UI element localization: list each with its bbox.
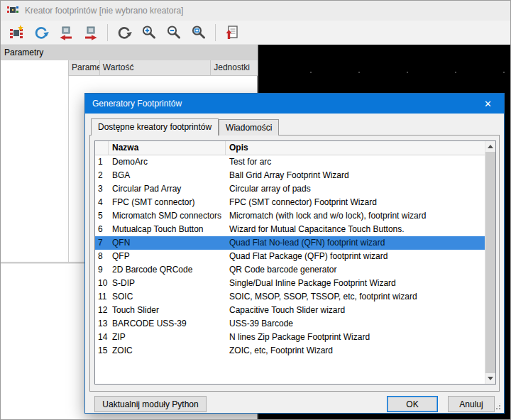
row-desc: Wizard for Mutual Capacitance Touch Butt… [226, 223, 495, 236]
row-index: 7 [95, 236, 109, 250]
row-name: BGA [109, 169, 226, 182]
row-desc: Micromatch (with lock and w/o lock), foo… [226, 209, 495, 223]
table-row[interactable]: 12 Touch Slider Capacitive Touch Slider … [95, 304, 495, 317]
tab-bar: Dostępne kreatory footprintów Wiadomości [91, 118, 279, 136]
regenerate-button[interactable] [113, 23, 136, 43]
table-row[interactable]: 9 2D Barcode QRCode QR Code barcode gene… [95, 263, 495, 277]
toolbar [1, 21, 510, 45]
row-desc: FPC (SMT connector) Footprint Wizard [226, 196, 495, 209]
row-index: 6 [95, 223, 109, 236]
parameters-caption: Parametry [1, 45, 258, 60]
window-title: Kreator footprintów [nie wybrano kreator… [25, 6, 183, 16]
row-index: 8 [95, 250, 109, 263]
next-wizard-icon [82, 24, 99, 41]
table-row[interactable]: 13 BARCODE USS-39 USS-39 Barcode [95, 317, 495, 331]
titlebar: Kreator footprintów [nie wybrano kreator… [1, 1, 510, 21]
table-row[interactable]: 4 FPC (SMT connector) FPC (SMT connector… [95, 196, 495, 209]
row-index: 10 [95, 277, 109, 290]
row-name: S-DIP [109, 277, 226, 290]
scroll-down-icon[interactable] [485, 373, 495, 384]
parameter-grid-header: Parametr Wartość Jednostki [68, 60, 258, 76]
table-row[interactable]: 14 ZIP N lines Zip Package Footprint Wiz… [95, 331, 495, 344]
table-row[interactable]: 10 S-DIP Single/Dual Inline Package Foot… [95, 277, 495, 290]
row-desc: SOIC, MSOP, SSOP, TSSOP, etc, footprint … [226, 290, 495, 304]
dialog-titlebar: Generatory Footprintów ✕ [85, 94, 504, 114]
row-desc: Ball Grid Array Footprint Wizard [226, 169, 495, 182]
zoom-in-icon [141, 24, 158, 41]
wizard-table-header: Nazwa Opis [95, 141, 495, 155]
vertical-splitter[interactable] [68, 76, 69, 262]
table-row[interactable]: 2 BGA Ball Grid Array Footprint Wizard [95, 169, 495, 182]
refresh-icon [33, 24, 50, 41]
row-desc: Capacitive Touch Slider wizard [226, 304, 495, 317]
table-row[interactable]: 8 QFP Quad Flat Package (QFP) footprint … [95, 250, 495, 263]
header-desc[interactable]: Opis [226, 141, 495, 155]
tab-messages[interactable]: Wiadomości [219, 119, 279, 136]
row-desc: QR Code barcode generator [226, 263, 495, 277]
row-name: Micromatch SMD connectors [109, 209, 226, 223]
table-scrollbar[interactable] [485, 141, 495, 384]
close-icon: ✕ [484, 99, 492, 109]
zoom-out-button[interactable] [163, 23, 185, 43]
tab-available-wizards[interactable]: Dostępne kreatory footprintów [91, 118, 219, 136]
row-index: 12 [95, 304, 109, 317]
footprint-wizard-select-button[interactable] [5, 23, 28, 43]
row-desc: Circular array of pads [226, 182, 495, 196]
row-name: SOIC [109, 290, 226, 304]
row-index: 14 [95, 331, 109, 344]
dialog-close-button[interactable]: ✕ [472, 94, 504, 114]
table-row[interactable]: 5 Micromatch SMD connectors Micromatch (… [95, 209, 495, 223]
row-index: 5 [95, 209, 109, 223]
cancel-button[interactable]: Anuluj [448, 396, 495, 412]
row-name: ZIP [109, 331, 226, 344]
footprint-generators-dialog: Generatory Footprintów ✕ Dostępne kreato… [84, 93, 505, 414]
grid-header-parametr: Parametr [69, 60, 100, 75]
next-wizard-button[interactable] [79, 23, 102, 43]
row-name: ZOIC [109, 344, 226, 358]
row-desc: Test for arc [226, 155, 495, 169]
row-name: Mutualcap Touch Button [109, 223, 226, 236]
previous-wizard-icon [57, 24, 75, 41]
table-row[interactable]: 1 DemoArc Test for arc [95, 155, 495, 169]
row-index: 4 [95, 196, 109, 209]
row-name: Touch Slider [109, 304, 226, 317]
row-name: QFP [109, 250, 226, 263]
row-name: FPC (SMT connector) [109, 196, 226, 209]
ok-button[interactable]: OK [387, 396, 438, 412]
app-icon [6, 4, 19, 18]
row-name: Circular Pad Array [109, 182, 226, 196]
row-desc: USS-39 Barcode [226, 317, 495, 331]
toolbar-separator [215, 24, 216, 41]
row-name: DemoArc [109, 155, 226, 169]
row-index: 3 [95, 182, 109, 196]
row-index: 1 [95, 155, 109, 169]
app-window: Kreator footprintów [nie wybrano kreator… [0, 0, 511, 420]
header-name[interactable]: Nazwa [109, 141, 226, 155]
refresh-list-button[interactable] [30, 23, 53, 43]
table-row[interactable]: 15 ZOIC ZOIC, etc, Footprint Wizard [95, 344, 495, 358]
row-desc: N lines Zip Package Footprint Wizard [226, 331, 495, 344]
row-desc: Single/Dual Inline Package Footprint Wiz… [226, 277, 495, 290]
scroll-up-icon[interactable] [485, 141, 495, 152]
row-index: 2 [95, 169, 109, 182]
dialog-title: Generatory Footprintów [92, 99, 182, 109]
row-index: 9 [95, 263, 109, 277]
wizard-table: Nazwa Opis 1 DemoArc Test for arc 2 BGA … [94, 140, 496, 385]
row-index: 13 [95, 317, 109, 331]
row-desc: ZOIC, etc, Footprint Wizard [226, 344, 495, 358]
previous-wizard-button[interactable] [55, 23, 77, 43]
row-index: 11 [95, 290, 109, 304]
update-python-modules-button[interactable]: Uaktualnij moduły Python [94, 396, 207, 412]
footprint-wizard-icon [8, 24, 25, 41]
export-footprint-button[interactable] [221, 23, 243, 43]
scroll-thumb[interactable] [485, 152, 495, 373]
export-footprint-icon [224, 24, 241, 41]
table-row[interactable]: 3 Circular Pad Array Circular array of p… [95, 182, 495, 196]
table-row[interactable]: 11 SOIC SOIC, MSOP, SSOP, TSSOP, etc, fo… [95, 290, 495, 304]
table-row[interactable]: 7 QFN Quad Flat No-lead (QFN) footprint … [95, 236, 495, 250]
zoom-fit-button[interactable] [187, 23, 210, 43]
table-row[interactable]: 6 Mutualcap Touch Button Wizard for Mutu… [95, 223, 495, 236]
row-name: QFN [109, 236, 226, 250]
zoom-in-button[interactable] [138, 23, 160, 43]
wizard-table-body: 1 DemoArc Test for arc 2 BGA Ball Grid A… [95, 155, 495, 358]
